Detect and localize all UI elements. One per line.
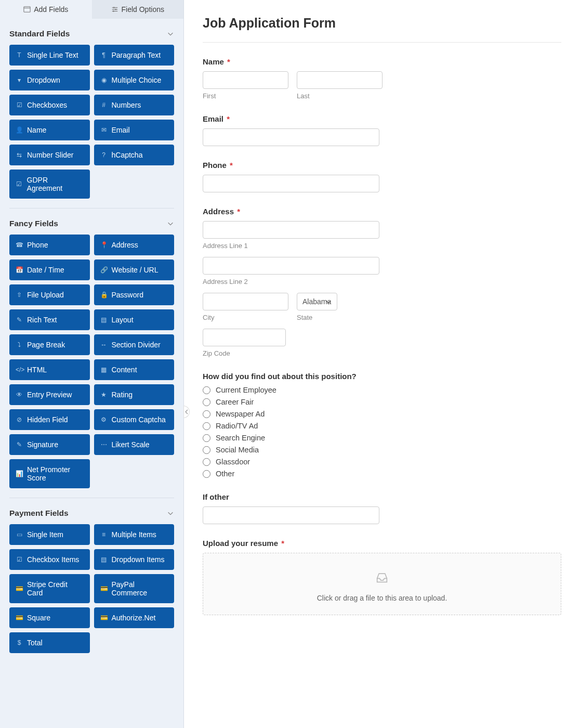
field-btn-checkbox-items[interactable]: ☑Checkbox Items (9, 549, 90, 570)
field-btn-paypal-commerce[interactable]: 💳PayPal Commerce (94, 574, 175, 603)
radio-input[interactable] (203, 386, 210, 394)
field-btn-address[interactable]: 📍Address (94, 235, 175, 255)
tab-label: Add Fields (34, 5, 68, 14)
field-btn-date-time[interactable]: 📅Date / Time (9, 259, 90, 280)
svg-rect-0 (24, 7, 30, 12)
field-btn-total[interactable]: $Total (9, 632, 90, 653)
field-btn-dropdown[interactable]: ▾Dropdown (9, 70, 90, 90)
radio-input[interactable] (203, 398, 210, 406)
radio-label: Radio/TV Ad (216, 422, 258, 430)
field-btn-custom-captcha[interactable]: ⚙Custom Captcha (94, 409, 175, 430)
upload-zone[interactable]: Click or drag a file to this area to upl… (203, 553, 561, 615)
field-btn-name[interactable]: 👤Name (9, 120, 90, 140)
radio-item[interactable]: Career Fair (203, 398, 561, 406)
custom-captcha-icon: ⚙ (100, 416, 108, 423)
field-btn-single-line-text[interactable]: TSingle Line Text (9, 45, 90, 66)
field-btn-hidden-field[interactable]: ⊘Hidden Field (9, 409, 90, 430)
field-btn-single-item[interactable]: ▭Single Item (9, 524, 90, 545)
radio-input[interactable] (203, 422, 210, 430)
field-btn-gdpr-agreement[interactable]: ☑GDPR Agreement (9, 170, 90, 199)
radio-input[interactable] (203, 458, 210, 466)
field-btn-checkboxes[interactable]: ☑Checkboxes (9, 95, 90, 115)
section-header-fancy[interactable]: Fancy Fields (9, 209, 174, 235)
total-icon: $ (16, 639, 23, 646)
password-icon: 🔒 (100, 291, 108, 298)
field-btn-numbers[interactable]: #Numbers (94, 95, 175, 115)
svg-point-7 (113, 10, 114, 12)
input-other[interactable] (203, 506, 379, 524)
label-source: How did you find out about this position… (203, 372, 561, 381)
tab-field-options[interactable]: Field Options (92, 0, 184, 19)
input-phone[interactable] (203, 175, 379, 192)
field-btn-paragraph-text[interactable]: ¶Paragraph Text (94, 45, 175, 66)
fields-grid-standard: TSingle Line Text¶Paragraph Text▾Dropdow… (9, 45, 174, 209)
field-btn-rich-text[interactable]: ✎Rich Text (9, 309, 90, 330)
field-btn-label: Date / Time (27, 266, 64, 274)
field-btn-password[interactable]: 🔒Password (94, 284, 175, 305)
input-last-name[interactable] (297, 71, 383, 89)
sublabel-first: First (203, 92, 288, 100)
input-address-line1[interactable] (203, 221, 379, 239)
field-btn-multiple-choice[interactable]: ◉Multiple Choice (94, 70, 175, 90)
field-btn-label: Single Item (27, 530, 63, 539)
input-email[interactable] (203, 128, 379, 146)
field-btn-rating[interactable]: ★Rating (94, 384, 175, 405)
field-btn-layout[interactable]: ▤Layout (94, 309, 175, 330)
input-zip[interactable] (203, 329, 286, 346)
field-btn-email[interactable]: ✉Email (94, 120, 175, 140)
radio-input[interactable] (203, 434, 210, 442)
radio-input[interactable] (203, 470, 210, 478)
field-btn-label: Page Break (27, 341, 65, 349)
form-canvas: Job Application Form Name * First Last E… (184, 0, 580, 728)
field-btn-dropdown-items[interactable]: ▤Dropdown Items (94, 549, 175, 570)
field-btn-label: Dropdown Items (112, 555, 165, 564)
field-btn-hcaptcha[interactable]: ?hCaptcha (94, 145, 175, 165)
required-marker: * (225, 114, 230, 123)
field-btn-label: Layout (112, 316, 134, 324)
field-btn-html[interactable]: </>HTML (9, 359, 90, 380)
field-btn-authorize-net[interactable]: 💳Authorize.Net (94, 607, 175, 628)
field-btn-signature[interactable]: ✎Signature (9, 434, 90, 455)
field-btn-file-upload[interactable]: ⇧File Upload (9, 284, 90, 305)
field-btn-section-divider[interactable]: ↔Section Divider (94, 334, 175, 355)
radio-item[interactable]: Search Engine (203, 434, 561, 442)
field-btn-entry-preview[interactable]: 👁Entry Preview (9, 384, 90, 405)
field-btn-label: Stripe Credit Card (27, 580, 84, 597)
field-btn-multiple-items[interactable]: ≡Multiple Items (94, 524, 175, 545)
select-state[interactable]: Alabama (297, 293, 337, 310)
input-address-line2[interactable] (203, 257, 379, 275)
radio-item[interactable]: Radio/TV Ad (203, 422, 561, 430)
radio-input[interactable] (203, 446, 210, 454)
tab-add-fields[interactable]: Add Fields (0, 0, 92, 19)
field-btn-label: Checkboxes (27, 101, 67, 109)
field-btn-number-slider[interactable]: ⇆Number Slider (9, 145, 90, 165)
field-btn-label: Website / URL (112, 266, 159, 274)
radio-item[interactable]: Current Employee (203, 386, 561, 394)
input-first-name[interactable] (203, 71, 288, 89)
radio-item[interactable]: Glassdoor (203, 458, 561, 466)
field-btn-square[interactable]: 💳Square (9, 607, 90, 628)
section-header-standard[interactable]: Standard Fields (9, 19, 174, 45)
radio-item[interactable]: Newspaper Ad (203, 410, 561, 418)
section-header-payment[interactable]: Payment Fields (9, 498, 174, 524)
stripe-credit-card-icon: 💳 (16, 585, 23, 592)
chevron-left-icon (184, 409, 189, 414)
field-btn-content[interactable]: ▦Content (94, 359, 175, 380)
radio-label: Search Engine (216, 434, 265, 442)
input-city[interactable] (203, 293, 288, 310)
radio-input[interactable] (203, 410, 210, 418)
signature-icon: ✎ (16, 441, 23, 448)
dropdown-items-icon: ▤ (100, 556, 108, 563)
form-preview: Job Application Form Name * First Last E… (184, 0, 580, 728)
radio-item[interactable]: Social Media (203, 446, 561, 454)
field-btn-stripe-credit-card[interactable]: 💳Stripe Credit Card (9, 574, 90, 603)
field-btn-phone[interactable]: ☎Phone (9, 235, 90, 255)
field-btn-net-promoter-score[interactable]: 📊Net Promoter Score (9, 459, 90, 488)
radio-item[interactable]: Other (203, 470, 561, 478)
sublabel-state: State (297, 314, 337, 321)
field-btn-page-break[interactable]: ⤵Page Break (9, 334, 90, 355)
field-btn-label: Authorize.Net (112, 614, 156, 622)
field-btn-likert-scale[interactable]: ⋯Likert Scale (94, 434, 175, 455)
field-btn-website-url[interactable]: 🔗Website / URL (94, 259, 175, 280)
field-btn-label: PayPal Commerce (112, 580, 168, 597)
